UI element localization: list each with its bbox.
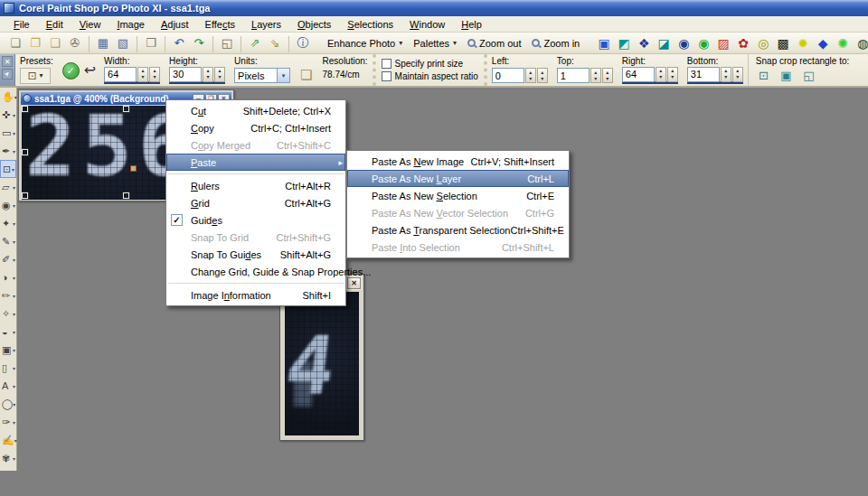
slider-popup-button[interactable]: ▴▾ [149, 67, 160, 82]
image-information-button[interactable]: ⓘ [293, 34, 313, 52]
dropper-tool[interactable]: ✒ ▾ [0, 142, 16, 160]
menu-item-copy[interactable]: Copy Ctrl+C; Ctrl+Insert [166, 119, 345, 136]
crop-handle-middle-left[interactable] [22, 149, 28, 155]
new-button[interactable]: ❏ [5, 34, 25, 52]
color-changer-tool[interactable]: ◑ ▾ [0, 268, 16, 286]
effect-photo-button[interactable]: ▨ [714, 34, 732, 52]
effect-corner-button[interactable]: ◪ [655, 34, 673, 52]
browse-button[interactable]: ❑ [45, 34, 65, 52]
red-eye-tool[interactable]: ◉ ▾ [0, 196, 16, 214]
menu-adjust[interactable]: Adjust [153, 17, 197, 32]
top-input[interactable] [557, 68, 590, 83]
scratch-remover-tool[interactable]: ✐ ▾ [0, 250, 16, 268]
snap-full-image-button[interactable]: ⊡ [756, 68, 771, 82]
close-button[interactable]: ✕ [347, 277, 361, 289]
effect-rings-button[interactable]: ◎ [754, 34, 772, 52]
effect-sphere-button[interactable]: ◉ [675, 34, 693, 52]
upload-image-button[interactable]: ⇗ [245, 34, 265, 52]
save-button[interactable]: ▦ [93, 34, 113, 52]
effect-sparkle-button[interactable]: ✹ [794, 34, 812, 52]
menu-item-snap-to-grid[interactable]: Snap To Grid Ctrl+Shift+G [166, 229, 345, 246]
undo-button[interactable]: ↶ [169, 34, 189, 52]
menu-layers[interactable]: Layers [243, 17, 289, 32]
spinner[interactable]: ▴▾ [137, 67, 148, 82]
effect-shapes-button[interactable]: ❖ [635, 34, 653, 52]
save-as-button[interactable]: ▧ [113, 34, 133, 52]
menu-item-grid[interactable]: Grid Ctrl+Alt+G [166, 194, 345, 211]
crop-pivot-marker[interactable] [130, 165, 137, 172]
slider-popup-button[interactable]: ▴▾ [602, 68, 613, 83]
apply-crop-button[interactable]: ✓ [62, 62, 80, 80]
lighten-darken-tool[interactable]: ◒ ▾ [0, 323, 16, 341]
spinner[interactable]: ▴▾ [721, 67, 731, 82]
print-button[interactable]: ❒ [141, 34, 161, 52]
menu-effects[interactable]: Effects [197, 17, 243, 32]
eraser-tool[interactable]: ▯ ▾ [0, 359, 16, 377]
menu-item-paste-as-new-image[interactable]: Paste As New Image Ctrl+V; Shift+Insert [347, 153, 569, 170]
preset-shape-tool[interactable]: ◯ ▾ [0, 395, 16, 413]
menu-file[interactable]: File [5, 17, 38, 32]
spinner[interactable]: ▴▾ [590, 68, 601, 83]
right-input[interactable] [622, 67, 655, 82]
menu-item-cut[interactable]: Cut Shift+Delete; Ctrl+X [166, 102, 345, 119]
clear-crop-button[interactable]: ↩ [84, 61, 96, 86]
menu-view[interactable]: View [71, 17, 109, 32]
enhance-photo-button[interactable]: Enhance Photo ▾ [322, 36, 408, 51]
left-input[interactable] [492, 68, 524, 83]
width-input[interactable] [104, 67, 137, 82]
menu-item-paste-as-new-vector-selection[interactable]: Paste As New Vector Selection Ctrl+G [347, 204, 569, 221]
menu-item-change-grid-guide-snap-properties[interactable]: Change Grid, Guide & Snap Properties... [166, 263, 345, 280]
oil-brush-tool[interactable]: ✾ ▾ [0, 449, 16, 467]
menu-item-copy-merged[interactable]: Copy Merged Ctrl+Shift+C [166, 136, 345, 154]
clone-brush-tool[interactable]: ✎ ▾ [0, 232, 16, 250]
options-bar-grip[interactable]: ✕ ➤ [0, 54, 15, 86]
open-button[interactable]: ❐ [25, 34, 45, 52]
menu-item-image-information[interactable]: Image Information Shift+I [166, 286, 345, 304]
menu-item-paste-as-new-layer[interactable]: Paste As New Layer Ctrl+L [347, 170, 569, 187]
slider-popup-button[interactable]: ▴▾ [732, 67, 743, 82]
effect-globe-button[interactable]: ◉ [694, 34, 712, 52]
menu-edit[interactable]: Edit [38, 17, 71, 32]
slider-popup-button[interactable]: ▴▾ [537, 68, 548, 83]
effect-tile-button[interactable]: ▣ [595, 34, 613, 52]
menu-item-paste-into-selection[interactable]: Paste Into Selection Ctrl+Shift+L [347, 239, 569, 256]
crop-handle-top-center[interactable] [123, 106, 129, 112]
effect-gem-button[interactable]: ◆ [814, 34, 832, 52]
maintain-aspect-ratio-checkbox[interactable]: Maintain aspect ratio [382, 71, 478, 81]
close-options-button[interactable]: ✕ [2, 56, 13, 67]
menu-selections[interactable]: Selections [339, 17, 401, 32]
effect-weave-button[interactable]: ▩ [774, 34, 792, 52]
image-canvas-2[interactable]: 4 [285, 292, 359, 435]
pin-options-button[interactable]: ➤ [2, 69, 13, 80]
specify-print-size-checkbox[interactable]: Specify print size [382, 59, 478, 69]
spinner[interactable]: ▴▾ [203, 67, 213, 82]
menu-window[interactable]: Window [401, 17, 453, 32]
warp-brush-tool[interactable]: ✍ ▾ [0, 431, 16, 449]
pan-tool[interactable]: ✋ ▾ [0, 88, 16, 106]
menu-item-snap-to-guides[interactable]: Snap To Guides Shift+Alt+G [166, 246, 345, 263]
effect-lens-button[interactable]: ◍ [854, 34, 868, 52]
slider-popup-button[interactable]: ▴▾ [667, 67, 678, 82]
slider-popup-button[interactable]: ▴▾ [214, 67, 225, 82]
scan-button[interactable]: ✇ [65, 34, 85, 52]
menu-item-rulers[interactable]: Rulers Ctrl+Alt+R [166, 177, 345, 194]
crop-handle-bottom-left[interactable] [22, 192, 28, 199]
crop-handle-top-left[interactable] [22, 106, 28, 112]
crop-handle-bottom-center[interactable] [123, 192, 129, 199]
flood-fill-tool[interactable]: ▣ ▾ [0, 341, 16, 359]
units-select[interactable]: Pixels ▾ [234, 68, 290, 83]
straighten-tool[interactable]: ▱ ▾ [0, 178, 16, 196]
text-tool[interactable]: A ▾ [0, 377, 16, 395]
zoom-out-button[interactable]: Zoom out [462, 36, 526, 51]
print-size-button[interactable]: ❏ [295, 54, 317, 86]
move-tool[interactable]: ✜ ▾ [0, 106, 16, 124]
selection-tool[interactable]: ▭ ▾ [0, 124, 16, 142]
redo-button[interactable]: ↷ [189, 34, 209, 52]
title-bar[interactable]: Corel Paint Shop Pro Photo XI - ssa1.tga [0, 0, 868, 16]
palettes-button[interactable]: Palettes ▾ [408, 36, 462, 51]
makeover-tool[interactable]: ✦ ▾ [0, 214, 16, 232]
paint-brush-tool[interactable]: ✏ ▾ [0, 286, 16, 304]
crop-tool[interactable]: ⊡ ▾ [0, 160, 16, 178]
spinner[interactable]: ▴▾ [656, 67, 666, 82]
snap-layer-opaque-button[interactable]: ▣ [778, 68, 794, 82]
